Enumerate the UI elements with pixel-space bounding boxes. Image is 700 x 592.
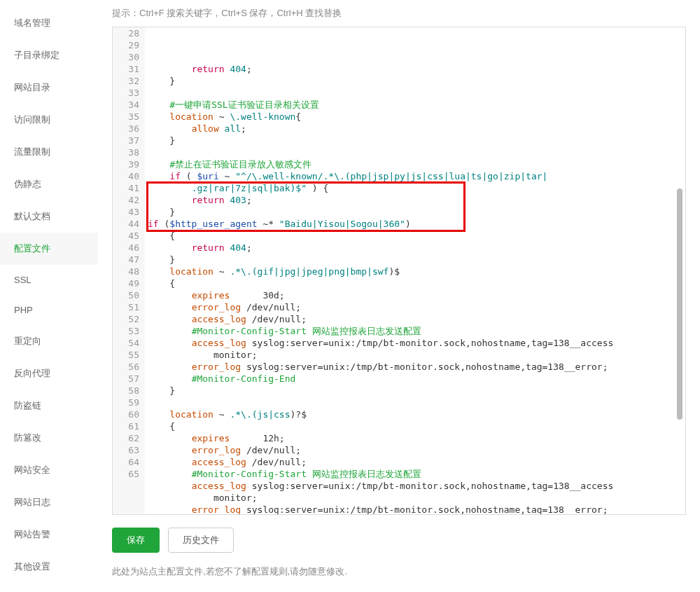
code-line[interactable]: } <box>148 385 682 397</box>
code-line[interactable]: { <box>148 277 682 289</box>
sidebar: 域名管理子目录绑定网站目录访问限制流量限制伪静态默认文档配置文件SSLPHP重定… <box>0 0 98 592</box>
sidebar-item-10[interactable]: 重定向 <box>0 325 98 357</box>
code-line[interactable]: return 403; <box>148 194 682 206</box>
code-line[interactable]: return 404; <box>148 242 682 254</box>
code-line[interactable]: if ($http_user_agent ~* "Baidu|Yisou|Sog… <box>148 218 682 230</box>
code-line[interactable]: error_log /dev/null; <box>148 301 682 313</box>
sidebar-item-11[interactable]: 反向代理 <box>0 357 98 390</box>
code-line[interactable]: allow all; <box>148 123 682 135</box>
sidebar-item-2[interactable]: 网站目录 <box>0 71 98 104</box>
save-button[interactable]: 保存 <box>112 528 160 553</box>
sidebar-item-8[interactable]: SSL <box>0 265 98 295</box>
code-line[interactable]: access_log /dev/null; <box>148 313 682 325</box>
code-line[interactable]: access_log /dev/null; <box>148 456 682 468</box>
code-line[interactable]: { <box>148 420 682 432</box>
code-line[interactable]: monitor; <box>148 349 682 361</box>
hint-text: 提示：Ctrl+F 搜索关键字，Ctrl+S 保存，Ctrl+H 查找替换 <box>112 0 686 27</box>
code-line[interactable]: .gz|rar|7z|sql|bak)$" ) { <box>148 182 682 194</box>
sidebar-item-1[interactable]: 子目录绑定 <box>0 39 98 71</box>
code-line[interactable]: access_log syslog:server=unix:/tmp/bt-mo… <box>148 480 682 492</box>
code-line[interactable]: #Monitor-Config-Start 网站监控报表日志发送配置 <box>148 468 682 480</box>
sidebar-item-16[interactable]: 网站告警 <box>0 518 98 551</box>
code-area[interactable]: return 404; } #一键申请SSL证书验证目录相关设置 locatio… <box>145 27 685 514</box>
code-line[interactable]: } <box>148 254 682 266</box>
code-line[interactable]: #禁止在证书验证目录放入敏感文件 <box>148 158 682 170</box>
code-line[interactable]: #Monitor-Config-Start 网站监控报表日志发送配置 <box>148 325 682 337</box>
code-line[interactable]: expires 12h; <box>148 432 682 444</box>
sidebar-item-17[interactable]: 其他设置 <box>0 551 98 583</box>
code-line[interactable]: } <box>148 75 682 87</box>
code-line[interactable]: location ~ .*\.(gif|jpg|jpeg|png|bmp|swf… <box>148 266 682 277</box>
app-container: 域名管理子目录绑定网站目录访问限制流量限制伪静态默认文档配置文件SSLPHP重定… <box>0 0 700 592</box>
line-gutter: 2829303132333435363738394041424344454647… <box>113 27 145 514</box>
code-line[interactable] <box>148 146 682 158</box>
code-line[interactable]: if ( $uri ~ "^/\.well-known/.*\.(php|jsp… <box>148 170 682 182</box>
code-line[interactable]: monitor; <box>148 492 682 504</box>
scrollbar[interactable] <box>677 188 682 420</box>
code-editor[interactable]: 2829303132333435363738394041424344454647… <box>113 27 685 514</box>
sidebar-item-9[interactable]: PHP <box>0 295 98 325</box>
main-panel: 提示：Ctrl+F 搜索关键字，Ctrl+S 保存，Ctrl+H 查找替换 28… <box>98 0 700 592</box>
code-line[interactable]: location ~ \.well-known{ <box>148 111 682 123</box>
button-row: 保存 历史文件 <box>112 515 686 553</box>
sidebar-item-3[interactable]: 访问限制 <box>0 104 98 136</box>
sidebar-item-14[interactable]: 网站安全 <box>0 454 98 486</box>
code-line[interactable]: return 404; <box>148 63 682 75</box>
sidebar-item-5[interactable]: 伪静态 <box>0 168 98 200</box>
code-line[interactable]: expires 30d; <box>148 289 682 301</box>
sidebar-item-12[interactable]: 防盗链 <box>0 390 98 422</box>
code-line[interactable]: #Monitor-Config-End <box>148 373 682 385</box>
footnote: 此处为站点主配置文件,若您不了解配置规则,请勿随意修改. <box>112 553 686 578</box>
sidebar-item-7[interactable]: 配置文件 <box>0 233 98 265</box>
editor-container: 2829303132333435363738394041424344454647… <box>112 27 686 515</box>
sidebar-item-6[interactable]: 默认文档 <box>0 200 98 233</box>
code-line[interactable] <box>148 87 682 99</box>
code-line[interactable]: error_log /dev/null; <box>148 444 682 456</box>
history-button[interactable]: 历史文件 <box>168 528 234 553</box>
code-line[interactable]: error_log syslog:server=unix:/tmp/bt-mon… <box>148 361 682 373</box>
sidebar-item-13[interactable]: 防篡改 <box>0 422 98 454</box>
code-line[interactable]: error_log syslog:server=unix:/tmp/bt-mon… <box>148 504 682 514</box>
code-line[interactable]: #一键申请SSL证书验证目录相关设置 <box>148 99 682 111</box>
code-line[interactable]: } <box>148 135 682 146</box>
code-line[interactable] <box>148 397 682 408</box>
sidebar-item-15[interactable]: 网站日志 <box>0 486 98 518</box>
sidebar-item-0[interactable]: 域名管理 <box>0 7 98 39</box>
code-line[interactable]: location ~ .*\.(js|css)?$ <box>148 408 682 420</box>
code-line[interactable]: access_log syslog:server=unix:/tmp/bt-mo… <box>148 337 682 349</box>
code-line[interactable]: } <box>148 206 682 218</box>
code-line[interactable]: { <box>148 230 682 242</box>
sidebar-item-4[interactable]: 流量限制 <box>0 136 98 168</box>
